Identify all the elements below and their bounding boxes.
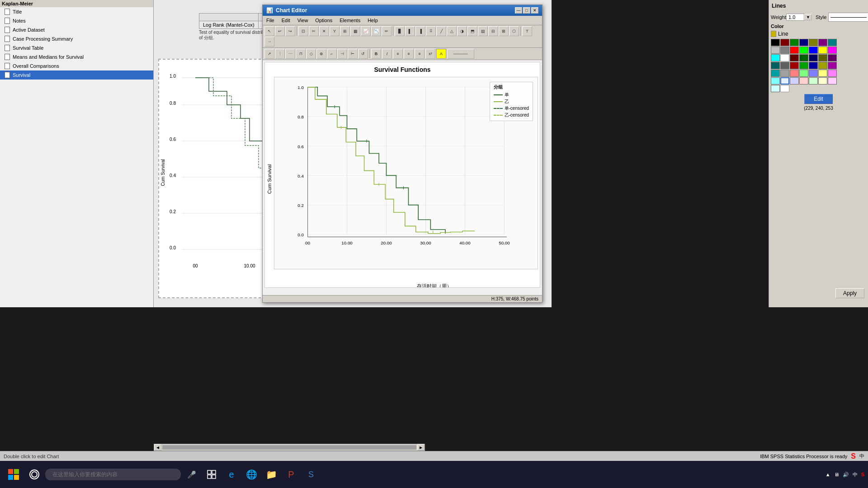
toolbar-bar3-btn[interactable]: ▐ bbox=[415, 26, 425, 36]
taskbar-browser-icon[interactable]: 🌐 bbox=[242, 465, 260, 483]
taskbar-search-input[interactable] bbox=[45, 469, 181, 480]
swatch-dark-red[interactable] bbox=[780, 39, 789, 46]
taskbar-powerpoint-icon[interactable]: P bbox=[282, 465, 300, 483]
menu-view[interactable]: View bbox=[294, 17, 312, 24]
bold-btn[interactable]: B bbox=[371, 49, 381, 59]
swatch-medium-red[interactable] bbox=[790, 62, 799, 69]
toolbar2-bar-btn[interactable]: ⋮ bbox=[275, 49, 285, 59]
swatch-pale-blue[interactable] bbox=[790, 77, 799, 84]
toolbar2-step-btn[interactable]: ⌐ bbox=[327, 49, 337, 59]
taskbar-ie-icon[interactable]: e bbox=[222, 465, 241, 483]
nav-item-title[interactable]: Title bbox=[0, 7, 153, 16]
swatch-lime[interactable] bbox=[799, 47, 808, 54]
scroll-right-btn[interactable]: ▶ bbox=[417, 444, 425, 450]
swatch-light-red[interactable] bbox=[790, 70, 799, 77]
weight-dropdown[interactable]: ▼ bbox=[804, 14, 812, 20]
start-button[interactable] bbox=[4, 465, 24, 484]
swatch-yellow[interactable] bbox=[818, 47, 827, 54]
nav-item-survival-table[interactable]: Survival Table bbox=[0, 43, 153, 52]
swatch-gray[interactable] bbox=[780, 47, 789, 54]
swatch-pale-pink[interactable] bbox=[828, 77, 837, 84]
swatch-light-blue[interactable] bbox=[809, 70, 818, 77]
swatch-purple[interactable] bbox=[818, 39, 827, 46]
swatch-pale-yellow[interactable] bbox=[818, 77, 827, 84]
swatch-olive[interactable] bbox=[809, 39, 818, 46]
swatch-dark-green[interactable] bbox=[790, 39, 799, 46]
toolbar-bar1-btn[interactable]: ▊ bbox=[395, 26, 405, 36]
toolbar-scatter-btn[interactable]: ⠿ bbox=[426, 26, 436, 36]
toolbar2-select-btn[interactable]: ↗ bbox=[264, 49, 274, 59]
toolbar-text-btn[interactable]: T bbox=[522, 26, 532, 36]
swatch-white[interactable] bbox=[780, 54, 789, 61]
toolbar-pen-btn[interactable]: ✏ bbox=[382, 26, 392, 36]
italic-btn[interactable]: I bbox=[382, 49, 392, 59]
swatch-pale-green[interactable] bbox=[809, 77, 818, 84]
taskbar-mic-icon[interactable]: 🎤 bbox=[183, 465, 201, 483]
nav-item-overall-comparisons[interactable]: Overall Comparisons bbox=[0, 61, 153, 70]
toolbar-bar2-btn[interactable]: ▌ bbox=[405, 26, 415, 36]
apply-button[interactable]: Apply bbox=[835, 288, 864, 298]
toolbar-x-btn[interactable]: ✕ bbox=[319, 26, 329, 36]
swatch-cyan[interactable] bbox=[771, 54, 780, 61]
toolbar-line-btn[interactable]: ╱ bbox=[436, 26, 446, 36]
weight-value[interactable]: 1.0 bbox=[786, 14, 804, 21]
swatch-selected[interactable] bbox=[780, 77, 789, 84]
toolbar-matrix-btn[interactable]: ⊠ bbox=[499, 26, 509, 36]
scroll-left-btn[interactable]: ◀ bbox=[154, 444, 161, 450]
nav-item-notes[interactable]: Notes bbox=[0, 16, 153, 25]
swatch-dark-blue[interactable] bbox=[799, 39, 808, 46]
menu-edit[interactable]: Edit bbox=[278, 17, 294, 24]
swatch-light-cyan[interactable] bbox=[771, 77, 780, 84]
toolbar-dual-btn[interactable]: ⊟ bbox=[488, 26, 498, 36]
toolbar-area-btn[interactable]: △ bbox=[447, 26, 457, 36]
swatch-silver[interactable] bbox=[771, 47, 780, 54]
nav-item-means-medians[interactable]: Means and Medians for Survival bbox=[0, 52, 153, 61]
toolbar-3d-btn[interactable]: ⬡ bbox=[509, 26, 519, 36]
toolbar-table-btn[interactable]: ▦ bbox=[350, 26, 360, 36]
swatch-medium-purple[interactable] bbox=[828, 62, 837, 69]
toolbar-chart2-btn[interactable]: 📉 bbox=[371, 26, 381, 36]
scroll-thumb[interactable] bbox=[162, 445, 416, 450]
swatch-blue[interactable] bbox=[809, 47, 818, 54]
nav-item-active-dataset[interactable]: Active Dataset bbox=[0, 25, 153, 34]
font-color-btn[interactable]: A bbox=[436, 49, 446, 59]
minimize-btn[interactable]: — bbox=[515, 7, 522, 14]
swatch-medium-blue[interactable] bbox=[809, 62, 818, 69]
toolbar2-fit-btn[interactable]: ⊢ bbox=[348, 49, 358, 59]
swatch-dark-purple[interactable] bbox=[828, 54, 837, 61]
toolbar2-refresh-btn[interactable]: ↺ bbox=[358, 49, 368, 59]
swatch-medium-teal[interactable] bbox=[771, 70, 780, 77]
swatch-light-green[interactable] bbox=[799, 70, 808, 77]
align-center-btn[interactable]: ≡ bbox=[404, 49, 414, 59]
swatch-light-magenta[interactable] bbox=[828, 70, 837, 77]
taskbar-multitask-icon[interactable] bbox=[203, 465, 221, 483]
toolbar-cut-btn[interactable]: ✂ bbox=[309, 26, 319, 36]
maximize-btn[interactable]: □ bbox=[523, 7, 530, 14]
toolbar-select-btn[interactable]: ↖ bbox=[264, 26, 274, 36]
toolbar2-scatter2-btn[interactable]: ◇ bbox=[306, 49, 316, 59]
nav-item-case-processing[interactable]: Case Processing Summary bbox=[0, 34, 153, 43]
swatch-dark-gray[interactable] bbox=[780, 62, 789, 69]
swatch-teal[interactable] bbox=[828, 39, 837, 46]
main-scrollbar[interactable]: ◀ ▶ bbox=[154, 444, 425, 451]
swatch-deep-red[interactable] bbox=[790, 54, 799, 61]
toolbar-hist-btn[interactable]: ▤ bbox=[478, 26, 488, 36]
swatch-dark-olive[interactable] bbox=[818, 54, 827, 61]
taskbar-folder-icon[interactable]: 📁 bbox=[262, 465, 280, 483]
swatch-dark-teal[interactable] bbox=[771, 62, 780, 69]
toolbar-grid-btn[interactable]: ⊞ bbox=[340, 26, 350, 36]
swatch-medium-green[interactable] bbox=[799, 62, 808, 69]
swatch-white2[interactable] bbox=[780, 85, 789, 92]
align-right-btn[interactable]: ≡ bbox=[415, 49, 425, 59]
swatch-pale-red[interactable] bbox=[799, 77, 808, 84]
swatch-pale-cyan[interactable] bbox=[771, 85, 780, 92]
style-value[interactable] bbox=[828, 13, 868, 22]
taskbar-spss-icon[interactable]: S bbox=[302, 465, 320, 483]
toolbar-chart1-btn[interactable]: 📈 bbox=[361, 26, 371, 36]
swatch-deep-blue[interactable] bbox=[809, 54, 818, 61]
menu-elements[interactable]: Elements bbox=[336, 17, 364, 24]
menu-options[interactable]: Options bbox=[311, 17, 336, 24]
swatch-light-yellow[interactable] bbox=[818, 70, 827, 77]
toolbar-redo-btn[interactable]: ↪ bbox=[285, 26, 295, 36]
align-left-btn[interactable]: ≡ bbox=[393, 49, 403, 59]
